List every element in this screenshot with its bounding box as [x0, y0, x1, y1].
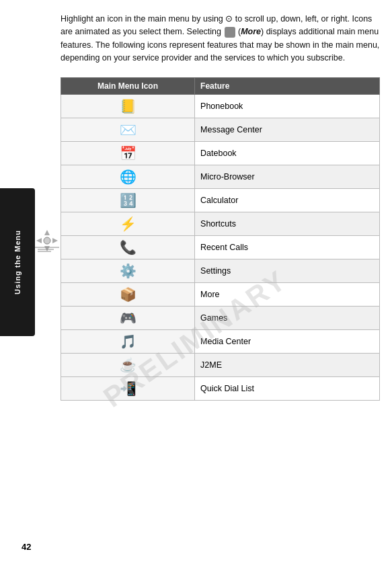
table-row: 📲Quick Dial List — [61, 376, 380, 400]
sidebar: Using the Menu — [0, 188, 35, 336]
table-row: ⚙️Settings — [61, 259, 380, 282]
table-cell-feature: Settings — [195, 259, 380, 282]
table-cell-icon: 📒 — [61, 94, 195, 118]
main-content: Highlight an icon in the main menu by us… — [61, 12, 380, 401]
svg-marker-2 — [36, 238, 42, 243]
table-header-feature: Feature — [195, 77, 380, 94]
table-cell-icon: 📞 — [61, 235, 195, 259]
table-cell-icon: ✉️ — [61, 118, 195, 141]
directional-pad-icon — [35, 229, 59, 253]
table-row: 📞Recent Calls — [61, 235, 380, 259]
table-cell-feature: Games — [195, 306, 380, 329]
table-cell-icon: 🔢 — [61, 188, 195, 212]
j2me-icon: ☕ — [120, 358, 136, 372]
table-cell-feature: Message Center — [195, 118, 380, 141]
table-cell-feature: More — [195, 282, 380, 306]
quick-dial-icon: 📲 — [120, 381, 136, 396]
table-row: 🌐Micro-Browser — [61, 165, 380, 188]
table-cell-feature: Datebook — [195, 141, 380, 165]
datebook-icon: 📅 — [120, 146, 136, 161]
table-row: ⚡Shortcuts — [61, 212, 380, 235]
table-header-icon: Main Menu Icon — [61, 77, 195, 94]
table-cell-feature: Phonebook — [195, 94, 380, 118]
nav-icon-area — [35, 229, 59, 253]
table-cell-icon: 🎵 — [61, 329, 195, 353]
phonebook-icon: 📒 — [120, 99, 136, 114]
table-cell-feature: Recent Calls — [195, 235, 380, 259]
table-cell-icon: ⚡ — [61, 212, 195, 235]
more-label: More — [241, 27, 261, 36]
page-number: 42 — [22, 542, 31, 552]
table-cell-feature: Calculator — [195, 188, 380, 212]
calculator-icon: 🔢 — [120, 193, 136, 208]
table-cell-icon: 🎮 — [61, 306, 195, 329]
sidebar-label: Using the Menu — [13, 230, 22, 294]
table-row: 📒Phonebook — [61, 94, 380, 118]
table-row: 📦More — [61, 282, 380, 306]
table-row: ✉️Message Center — [61, 118, 380, 141]
svg-marker-3 — [52, 238, 58, 243]
message-center-icon: ✉️ — [120, 122, 136, 137]
shortcuts-icon: ⚡ — [120, 216, 136, 231]
table-cell-feature: Quick Dial List — [195, 376, 380, 400]
table-cell-feature: Media Center — [195, 329, 380, 353]
table-cell-feature: Shortcuts — [195, 212, 380, 235]
table-cell-feature: J2ME — [195, 353, 380, 376]
more-button-icon — [225, 27, 235, 38]
nav-symbol: ⊙ — [225, 13, 233, 24]
table-cell-icon: ☕ — [61, 353, 195, 376]
micro-browser-icon: 🌐 — [120, 169, 136, 184]
svg-marker-0 — [44, 230, 50, 235]
table-row: 📅Datebook — [61, 141, 380, 165]
svg-point-4 — [44, 237, 50, 244]
more-icon: 📦 — [120, 287, 136, 302]
settings-icon: ⚙️ — [120, 264, 136, 278]
table-row: 🎵Media Center — [61, 329, 380, 353]
body-paragraph: Highlight an icon in the main menu by us… — [61, 12, 380, 65]
table-cell-icon: 📦 — [61, 282, 195, 306]
main-menu-table: Main Menu Icon Feature 📒Phonebook✉️Messa… — [61, 77, 380, 401]
table-cell-icon: 📲 — [61, 376, 195, 400]
table-row: 🎮Games — [61, 306, 380, 329]
table-cell-feature: Micro-Browser — [195, 165, 380, 188]
games-icon: 🎮 — [120, 311, 136, 325]
svg-marker-1 — [44, 246, 50, 251]
recent-calls-icon: 📞 — [120, 240, 136, 255]
table-row: ☕J2ME — [61, 353, 380, 376]
media-center-icon: 🎵 — [120, 334, 136, 349]
table-cell-icon: ⚙️ — [61, 259, 195, 282]
table-cell-icon: 📅 — [61, 141, 195, 165]
table-row: 🔢Calculator — [61, 188, 380, 212]
table-cell-icon: 🌐 — [61, 165, 195, 188]
